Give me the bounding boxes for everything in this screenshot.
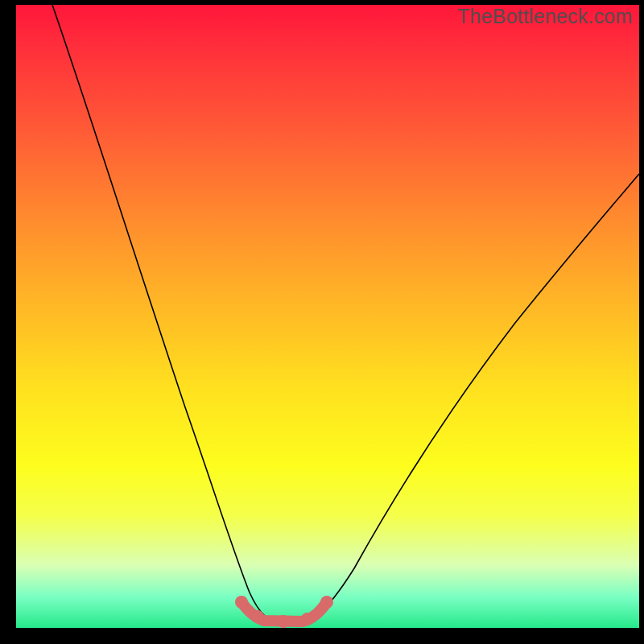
watermark-text: TheBottleneck.com xyxy=(458,5,633,28)
plot-area xyxy=(16,5,639,628)
highlight-dot-mid xyxy=(277,615,290,628)
curve-layer xyxy=(16,5,639,628)
highlight-dot-4 xyxy=(301,613,314,625)
highlight-dot-left xyxy=(235,596,248,609)
highlight-dot-right xyxy=(320,596,333,609)
chart-frame: TheBottleneck.com xyxy=(0,0,644,644)
bottleneck-curve xyxy=(52,5,639,621)
highlight-dot-2 xyxy=(251,610,264,623)
